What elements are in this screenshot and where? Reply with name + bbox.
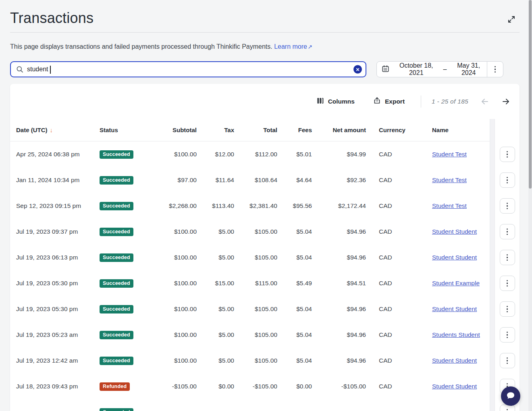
column-header-name[interactable]: Name: [432, 127, 490, 133]
toolbar-divider: [421, 95, 421, 108]
cell-date: Jul 19, 2023 05:30 pm: [16, 305, 100, 313]
transaction-name-link[interactable]: Student Student: [432, 305, 477, 312]
arrow-left-icon: [480, 101, 489, 107]
cell-date: Jul 19, 2023 09:37 pm: [16, 228, 100, 235]
cell-currency: CAD: [379, 254, 419, 261]
transaction-name-link[interactable]: Student Test: [432, 151, 467, 158]
text-cursor: [50, 66, 51, 74]
row-actions-button[interactable]: [500, 224, 515, 239]
column-header-subtotal[interactable]: Subtotal: [142, 127, 197, 133]
cell-status: Refunded: [100, 382, 142, 391]
date-range-button[interactable]: October 18, 2021 – May 31, 2024: [377, 62, 487, 77]
cell-tax: $5.00: [197, 331, 234, 338]
cell-net-amount: -$105.00: [312, 383, 366, 390]
row-actions-button[interactable]: [500, 147, 515, 162]
row-actions-button[interactable]: [500, 301, 515, 317]
kebab-icon: [507, 306, 508, 313]
column-header-date[interactable]: Date (UTC)↓: [16, 127, 100, 133]
columns-button-label: Columns: [328, 98, 355, 105]
table-scrollbar[interactable]: [490, 119, 495, 411]
column-header-currency[interactable]: Currency: [379, 127, 419, 133]
cell-subtotal: $100.00: [142, 305, 197, 313]
row-actions-button[interactable]: [500, 250, 515, 265]
cell-subtotal: $2,268.00: [142, 202, 197, 210]
cell-tax: $5.00: [197, 228, 234, 235]
cell-total: $105.00: [234, 228, 277, 235]
previous-page-button[interactable]: [480, 97, 489, 106]
transaction-name-link[interactable]: Student Test: [432, 202, 467, 209]
description-text: This page displays transactions and fail…: [10, 43, 272, 50]
cell-name: Student Test: [432, 202, 490, 210]
cell-subtotal: $100.00: [142, 331, 197, 338]
cell-net-amount: $94.96: [312, 331, 366, 338]
table-row: Succeeded: [10, 399, 490, 411]
expand-button[interactable]: [506, 15, 517, 25]
cell-name: Student Example: [432, 280, 490, 287]
next-page-button[interactable]: [501, 97, 510, 106]
transaction-name-link[interactable]: Student Example: [432, 280, 480, 286]
export-button[interactable]: Export: [373, 97, 405, 106]
column-header-status[interactable]: Status: [100, 127, 142, 133]
search-box: ✕: [10, 61, 366, 77]
transactions-card: Columns Export 1 - 25 of 185: [10, 84, 520, 411]
cell-name: Student Student: [432, 254, 490, 261]
row-actions-button[interactable]: [500, 276, 515, 291]
table-header-row: Date (UTC)↓ Status Subtotal Tax Total Fe…: [10, 119, 490, 141]
page-title: Transactions: [10, 10, 94, 27]
transaction-name-link[interactable]: Student Test: [432, 176, 467, 183]
columns-button[interactable]: Columns: [317, 97, 355, 106]
cell-tax: $5.00: [197, 254, 234, 261]
cell-total: $2,381.40: [234, 202, 277, 210]
date-options-button[interactable]: [487, 62, 503, 77]
table-row: Jul 19, 2023 06:13 pm Succeeded $100.00 …: [10, 245, 490, 270]
learn-more-link[interactable]: Learn more ↗: [274, 43, 312, 50]
cell-subtotal: -$105.00: [142, 383, 197, 390]
transaction-name-link[interactable]: Student Student: [432, 254, 477, 261]
search-icon: [16, 66, 23, 73]
clear-search-button[interactable]: ✕: [353, 65, 362, 74]
row-actions-button[interactable]: [500, 172, 515, 188]
chat-bubble-icon: [505, 390, 516, 402]
status-badge: Succeeded: [100, 331, 133, 339]
cell-status: Succeeded: [100, 408, 142, 411]
cell-net-amount: $2,172.44: [312, 202, 366, 210]
cell-status: Succeeded: [100, 279, 142, 288]
search-input[interactable]: [23, 66, 366, 73]
kebab-icon: [507, 254, 508, 261]
row-actions-button[interactable]: [500, 198, 515, 214]
column-header-total[interactable]: Total: [234, 127, 277, 133]
cell-name: Students Student: [432, 331, 490, 338]
row-actions-button[interactable]: [500, 327, 515, 342]
column-header-tax[interactable]: Tax: [197, 127, 234, 133]
table-row: Jul 19, 2023 12:42 am Succeeded $100.00 …: [10, 348, 490, 374]
column-header-net-amount[interactable]: Net amount: [312, 127, 366, 133]
cell-net-amount: $94.99: [312, 151, 366, 158]
status-badge: Succeeded: [100, 357, 133, 365]
page-scrollbar[interactable]: [528, 0, 532, 411]
cell-net-amount: $94.96: [312, 228, 366, 235]
cell-total: $112.00: [234, 151, 277, 158]
cell-name: Student Student: [432, 357, 490, 364]
page-scrollbar-thumb[interactable]: [529, 0, 532, 189]
cell-subtotal: $100.00: [142, 280, 197, 287]
table-body: Apr 25, 2024 06:38 pm Succeeded $100.00 …: [10, 141, 520, 411]
column-header-fees[interactable]: Fees: [277, 127, 312, 133]
cell-fees: $5.01: [277, 151, 312, 158]
transaction-name-link[interactable]: Student Student: [432, 228, 477, 235]
row-actions-column: [495, 141, 520, 411]
transaction-name-link[interactable]: Student Student: [432, 357, 477, 364]
transaction-name-link[interactable]: Student Student: [432, 383, 477, 390]
cell-status: Succeeded: [100, 331, 142, 339]
chat-launcher-button[interactable]: [501, 386, 520, 406]
cell-total: -$105.00: [234, 383, 277, 390]
kebab-icon: [507, 177, 508, 184]
cell-status: Succeeded: [100, 305, 142, 313]
row-actions-button[interactable]: [500, 353, 515, 368]
cell-status: Succeeded: [100, 176, 142, 185]
status-badge: Succeeded: [100, 305, 133, 313]
transaction-name-link[interactable]: Students Student: [432, 331, 480, 338]
cell-fees: $95.56: [277, 202, 312, 210]
cell-total: $105.00: [234, 331, 277, 338]
kebab-icon: [507, 203, 508, 210]
table-row: Jul 19, 2023 05:30 pm Succeeded $100.00 …: [10, 296, 490, 322]
